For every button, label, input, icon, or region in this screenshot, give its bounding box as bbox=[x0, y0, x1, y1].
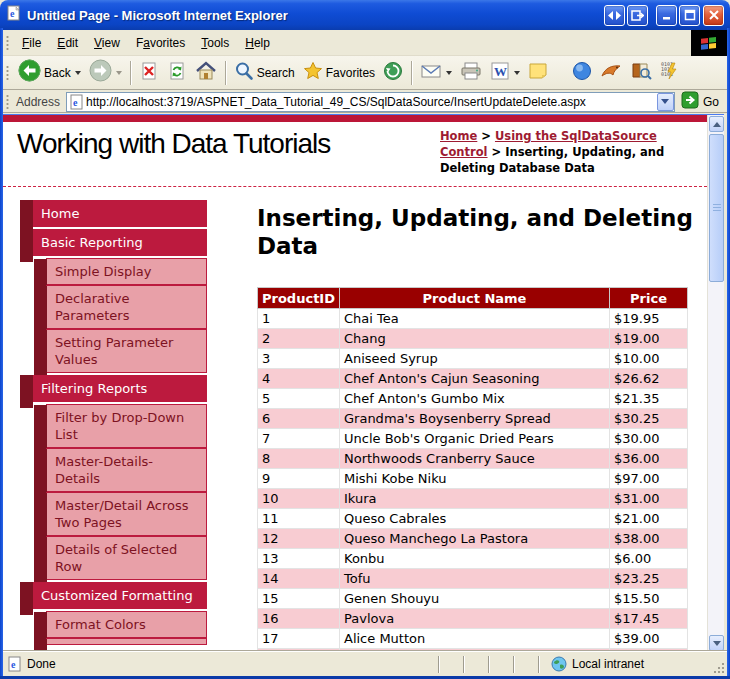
table-row: 8Northwoods Cranberry Sauce$36.00 bbox=[258, 449, 688, 469]
sidebar-nav: HomeBasic ReportingSimple DisplayDeclara… bbox=[20, 198, 207, 645]
page-header: Working with Data Tutorials Home > Using… bbox=[3, 122, 707, 187]
sidebar-item-label: Filtering Reports bbox=[41, 381, 147, 396]
close-button[interactable] bbox=[703, 5, 724, 26]
table-cell: $19.00 bbox=[610, 329, 688, 349]
table-cell: $38.00 bbox=[610, 529, 688, 549]
go-button[interactable]: Go bbox=[675, 91, 727, 113]
sidebar-item-declarative-parameters[interactable]: Declarative Parameters bbox=[46, 285, 207, 329]
table-cell: $30.25 bbox=[610, 409, 688, 429]
mail-dropdown-caret[interactable] bbox=[446, 71, 452, 75]
title-bar: e Untitled Page - Microsoft Internet Exp… bbox=[0, 0, 730, 30]
table-row: 16Pavlova$17.45 bbox=[258, 609, 688, 629]
address-grip[interactable] bbox=[6, 94, 9, 110]
table-cell: 6 bbox=[258, 409, 340, 429]
favorites-button[interactable]: Favorites bbox=[299, 59, 379, 87]
sidebar-item-label: Format Colors bbox=[55, 617, 146, 632]
menu-bar: FileEditViewFavoritesToolsHelp bbox=[3, 30, 727, 56]
history-button[interactable] bbox=[379, 59, 407, 87]
sidebar-item-basic-reporting[interactable]: Basic Reporting bbox=[33, 229, 207, 256]
mail-button[interactable] bbox=[416, 60, 456, 86]
column-header-product-name: Product Name bbox=[340, 288, 610, 309]
sidebar-item-label: Setting Parameter Values bbox=[55, 335, 173, 367]
table-cell: 16 bbox=[258, 609, 340, 629]
sidebar-item-home[interactable]: Home bbox=[33, 200, 207, 227]
sidebar-item-master-detail-across-two-pages[interactable]: Master/Detail Across Two Pages bbox=[46, 492, 207, 536]
research-book-button[interactable] bbox=[626, 59, 656, 87]
search-button[interactable]: Search bbox=[230, 59, 299, 87]
sidebar-item-setting-parameter-values[interactable]: Setting Parameter Values bbox=[46, 329, 207, 373]
table-cell: $39.00 bbox=[610, 629, 688, 649]
discuss-button[interactable] bbox=[524, 60, 552, 86]
table-cell: Ikura bbox=[340, 489, 610, 509]
sidebar-item-filter-by-drop-down-list[interactable]: Filter by Drop-Down List bbox=[46, 404, 207, 448]
print-button[interactable] bbox=[456, 59, 486, 87]
table-row: 14Tofu$23.25 bbox=[258, 569, 688, 589]
back-dropdown-caret[interactable] bbox=[75, 71, 81, 75]
scroll-up-button[interactable] bbox=[709, 116, 724, 132]
table-body: 1Chai Tea$19.952Chang$19.003Aniseed Syru… bbox=[258, 309, 688, 652]
messenger-button[interactable] bbox=[568, 59, 596, 87]
sidebar-item-label: Declarative Parameters bbox=[55, 291, 129, 323]
menu-bar-items: FileEditViewFavoritesToolsHelp bbox=[14, 32, 278, 54]
vertical-scrollbar[interactable] bbox=[707, 115, 724, 651]
table-row: 3Aniseed Syrup$10.00 bbox=[258, 349, 688, 369]
table-cell: $10.00 bbox=[610, 349, 688, 369]
refresh-button[interactable] bbox=[163, 59, 191, 87]
address-dropdown-button[interactable] bbox=[657, 93, 674, 111]
standard-buttons-toolbar: Back Search Favorites bbox=[3, 56, 727, 90]
resize-grip[interactable] bbox=[711, 652, 727, 677]
menu-item-tools[interactable]: Tools bbox=[193, 32, 237, 54]
binary-lightning-button[interactable]: 010110100101 bbox=[656, 59, 684, 87]
menu-grip[interactable] bbox=[6, 35, 9, 51]
status-divider bbox=[438, 656, 439, 673]
menu-item-favorites[interactable]: Favorites bbox=[128, 32, 193, 54]
forward-button[interactable] bbox=[85, 57, 126, 88]
table-cell: Mishi Kobe Niku bbox=[340, 469, 610, 489]
addon-fox-button[interactable] bbox=[596, 60, 626, 86]
sidebar-item-details-of-selected-row[interactable]: Details of Selected Row bbox=[46, 536, 207, 580]
address-input[interactable] bbox=[84, 95, 657, 109]
table-cell: Chai Tea bbox=[340, 309, 610, 329]
status-divider bbox=[513, 656, 514, 673]
menu-item-help[interactable]: Help bbox=[237, 32, 278, 54]
edit-word-button[interactable]: W bbox=[486, 59, 524, 87]
minimize-button[interactable] bbox=[656, 5, 677, 26]
table-cell: 2 bbox=[258, 329, 340, 349]
page-title: Inserting, Updating, and Deleting Data bbox=[257, 204, 697, 260]
stop-icon bbox=[139, 61, 159, 85]
menu-item-edit[interactable]: Edit bbox=[49, 32, 86, 54]
sidebar-item-customized-formatting[interactable]: Customized Formatting bbox=[33, 582, 207, 609]
table-cell: 14 bbox=[258, 569, 340, 589]
go-label: Go bbox=[703, 95, 719, 109]
back-label: Back bbox=[44, 66, 71, 80]
scroll-down-button[interactable] bbox=[709, 635, 724, 651]
table-cell: 7 bbox=[258, 429, 340, 449]
home-button[interactable] bbox=[191, 59, 221, 87]
menu-item-view[interactable]: View bbox=[86, 32, 128, 54]
sidebar-item-simple-display[interactable]: Simple Display bbox=[46, 258, 207, 285]
table-cell: 4 bbox=[258, 369, 340, 389]
maximize-button[interactable] bbox=[679, 5, 700, 26]
column-header-productid: ProductID bbox=[258, 288, 340, 309]
pan-arrows-button[interactable] bbox=[604, 5, 625, 26]
table-cell: Northwoods Cranberry Sauce bbox=[340, 449, 610, 469]
breadcrumb-separator: > bbox=[477, 129, 495, 143]
main-content: Inserting, Updating, and Deleting Data P… bbox=[257, 198, 697, 651]
back-button[interactable]: Back bbox=[14, 57, 85, 88]
toolbar-grip[interactable] bbox=[6, 65, 9, 81]
breadcrumb-link-home[interactable]: Home bbox=[440, 129, 477, 143]
table-row: 12Queso Manchego La Pastora$38.00 bbox=[258, 529, 688, 549]
table-row: 5Chef Anton's Gumbo Mix$21.35 bbox=[258, 389, 688, 409]
sidebar-item-format-colors[interactable]: Format Colors bbox=[46, 611, 207, 638]
sidebar-item-filtering-reports[interactable]: Filtering Reports bbox=[33, 375, 207, 402]
status-page-icon: e bbox=[8, 656, 22, 672]
stop-button[interactable] bbox=[135, 59, 163, 87]
forward-dropdown-caret[interactable] bbox=[116, 71, 122, 75]
sidebar-item-item[interactable] bbox=[46, 638, 207, 645]
sidebar-item-master-details-details[interactable]: Master-Details-Details bbox=[46, 448, 207, 492]
scrollbar-thumb[interactable] bbox=[709, 134, 724, 282]
menu-item-file[interactable]: File bbox=[14, 32, 49, 54]
edit-dropdown-caret[interactable] bbox=[514, 71, 520, 75]
table-cell: $26.62 bbox=[610, 369, 688, 389]
detach-window-button[interactable] bbox=[627, 5, 648, 26]
